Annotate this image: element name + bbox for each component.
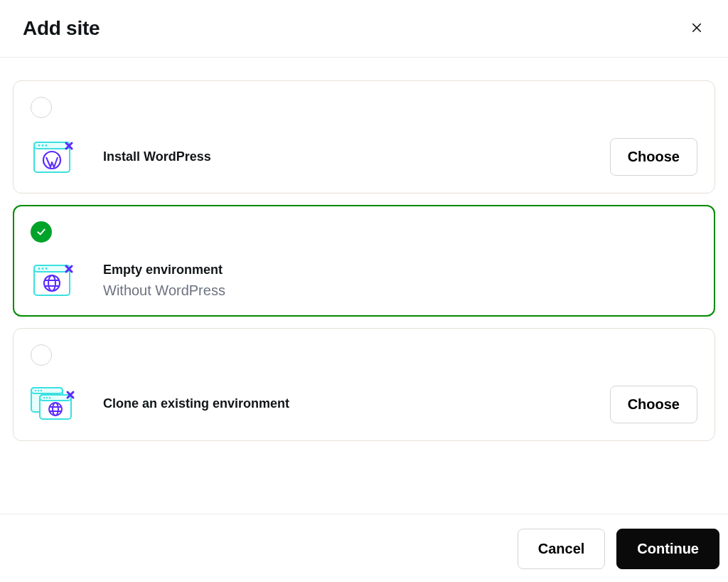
add-site-dialog: Add site [0,0,728,582]
dialog-title: Add site [23,17,100,40]
close-icon [690,21,703,36]
svg-point-6 [46,144,48,147]
choose-button[interactable]: Choose [610,138,697,176]
svg-point-5 [42,144,44,147]
dialog-body: Install WordPress Choose [0,58,728,514]
svg-point-25 [41,390,42,391]
choose-button[interactable]: Choose [610,386,697,423]
option-subtitle: Without WordPress [103,282,225,299]
option-title: Clone an existing environment [103,396,289,412]
close-button[interactable] [685,17,708,40]
svg-point-23 [35,390,36,391]
option-install-wordpress[interactable]: Install WordPress Choose [13,80,715,194]
svg-point-24 [38,390,39,391]
cancel-button[interactable]: Cancel [518,529,606,569]
svg-point-14 [46,268,48,270]
svg-point-13 [42,268,44,270]
radio-unchecked-icon[interactable] [31,97,52,118]
svg-point-30 [49,397,50,398]
continue-button[interactable]: Continue [616,529,719,569]
dialog-header: Add site [0,0,728,58]
radio-unchecked-icon[interactable] [31,344,52,366]
svg-point-12 [38,268,41,270]
globe-browser-icon [31,265,76,296]
option-title: Install WordPress [103,149,211,165]
wordpress-browser-icon [31,142,76,173]
option-title: Empty environment [103,263,225,278]
svg-point-29 [46,397,48,398]
svg-point-4 [38,144,41,147]
dialog-footer: Cancel Continue [0,514,728,582]
clone-browser-icon [31,387,76,421]
option-clone-environment[interactable]: Clone an existing environment Choose [13,328,715,441]
svg-point-28 [43,397,45,398]
option-empty-environment[interactable]: Empty environment Without WordPress [13,205,715,317]
radio-checked-icon[interactable] [31,221,52,243]
